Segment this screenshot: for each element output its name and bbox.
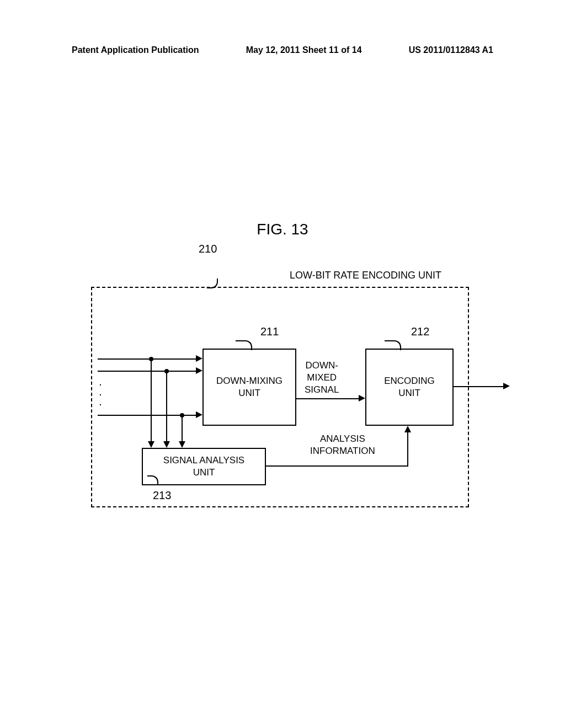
input-line-1	[98, 358, 196, 360]
arrowhead-icon	[503, 383, 510, 389]
arrowhead-icon	[179, 441, 185, 448]
arrowhead-icon	[196, 355, 202, 362]
arrowhead-icon	[404, 426, 411, 432]
ellipsis-icon: ···	[99, 380, 102, 410]
arrowhead-icon	[359, 395, 365, 402]
unit-boundary: 211 212 DOWN-MIXING UNIT ENCODING UNIT S…	[91, 287, 469, 507]
page-header: Patent Application Publication May 12, 2…	[0, 45, 565, 55]
container-title: LOW-BIT RATE ENCODING UNIT	[290, 270, 441, 281]
downmixed-signal-line	[296, 398, 359, 399]
ref-211: 211	[260, 325, 279, 338]
analysis-info-line-v	[407, 432, 408, 467]
encoding-label: ENCODING UNIT	[384, 375, 435, 399]
ref-210: 210	[199, 243, 217, 255]
signal-analysis-box: SIGNAL ANALYSIS UNIT	[142, 448, 266, 485]
analysis-info-label: ANALYSIS INFORMATION	[310, 433, 375, 457]
downmixing-unit-box: DOWN-MIXING UNIT	[202, 349, 296, 426]
arrowhead-icon	[196, 367, 202, 374]
header-center: May 12, 2011 Sheet 11 of 14	[246, 45, 362, 55]
arrowhead-icon	[163, 441, 170, 448]
input-line-2	[98, 371, 196, 372]
arrowhead-icon	[196, 411, 202, 418]
analysis-info-line-h	[266, 465, 408, 467]
tap-line-1	[151, 358, 152, 441]
output-line	[454, 386, 503, 387]
analysis-label: SIGNAL ANALYSIS UNIT	[163, 454, 244, 479]
downmixed-signal-label: DOWN- MIXED SIGNAL	[305, 360, 339, 396]
arrowhead-icon	[148, 441, 154, 448]
header-left: Patent Application Publication	[72, 45, 199, 55]
ref-213: 213	[153, 489, 171, 502]
tap-line-3	[182, 415, 183, 441]
header-right: US 2011/0112843 A1	[409, 45, 493, 55]
downmixing-label: DOWN-MIXING UNIT	[216, 375, 282, 399]
diagram: 210 LOW-BIT RATE ENCODING UNIT 211 212 D…	[72, 262, 486, 521]
figure-title: FIG. 13	[0, 221, 565, 238]
encoding-unit-box: ENCODING UNIT	[365, 349, 454, 426]
ref-212: 212	[411, 325, 429, 338]
tap-line-2	[166, 371, 167, 441]
